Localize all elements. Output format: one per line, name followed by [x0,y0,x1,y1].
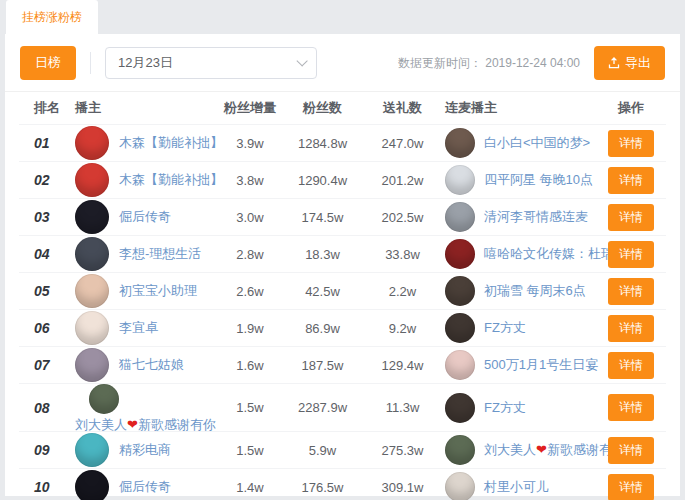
table-row: 04 李想-理想生活 2.8w 18.3w 33.8w 嘻哈哈文化传媒：杜瑞才！… [19,235,666,272]
broadcaster-cell: 猫七七姑娘 [75,348,215,382]
linked-broadcaster-avatar[interactable] [445,350,475,380]
gift-count-value: 202.5w [360,210,445,225]
fan-increase-value: 1.9w [215,321,285,336]
linked-broadcaster-avatar[interactable] [445,165,475,195]
table-row: 06 李宜卓 1.9w 86.9w 9.2w FZ方丈 详情 [19,309,666,346]
linked-broadcaster-name-link[interactable]: 四平阿星 每晚10点 [484,171,593,189]
linked-broadcaster-cell: 初瑞雪 每周末6点 [445,276,596,306]
rank-number: 05 [19,283,75,299]
table-row: 07 猫七七姑娘 1.6w 187.5w 129.4w 500万1月1号生日宴 … [19,346,666,383]
fan-increase-value: 1.6w [215,358,285,373]
tab-fan-growth-rank[interactable]: 挂榜涨粉榜 [6,0,98,34]
gift-count-value: 2.2w [360,284,445,299]
detail-button[interactable]: 详情 [608,474,654,500]
date-select[interactable]: 12月23日 [105,47,317,79]
fan-increase-value: 1.4w [215,480,285,495]
broadcaster-name-link[interactable]: 李想-理想生活 [119,245,201,263]
rank-number: 10 [19,479,75,495]
detail-button[interactable]: 详情 [608,130,654,157]
linked-broadcaster-cell: 四平阿星 每晚10点 [445,165,596,195]
broadcaster-name-link[interactable]: 木森【勤能补拙】 [119,134,223,152]
detail-button[interactable]: 详情 [608,394,654,421]
rank-number: 02 [19,172,75,188]
fan-increase-value: 3.9w [215,136,285,151]
detail-button[interactable]: 详情 [608,352,654,379]
gift-count-value: 9.2w [360,321,445,336]
broadcaster-avatar[interactable] [89,384,119,414]
fan-increase-value: 2.8w [215,247,285,262]
tab-bar: 挂榜涨粉榜 [0,0,685,34]
header-fan-count: 粉丝数 [285,99,360,117]
export-button[interactable]: 导出 [594,46,665,80]
broadcaster-name-link[interactable]: 倔后传奇 [119,208,171,226]
rank-number: 04 [19,246,75,262]
broadcaster-avatar[interactable] [75,274,109,308]
fan-count-value: 86.9w [285,321,360,336]
gift-count-value: 309.1w [360,480,445,495]
table-row: 01 木森【勤能补拙】 3.9w 1284.8w 247.0w 白小白<中国的梦… [19,124,666,161]
detail-button[interactable]: 详情 [608,167,654,194]
detail-button[interactable]: 详情 [608,204,654,231]
table-row: 10 倔后传奇 1.4w 176.5w 309.1w 村里小可儿 详情 [19,468,666,500]
detail-button[interactable]: 详情 [608,437,654,464]
gift-count-value: 275.3w [360,443,445,458]
linked-broadcaster-name-link[interactable]: FZ方丈 [484,319,526,337]
broadcaster-name-link[interactable]: 初宝宝小助理 [119,282,197,300]
linked-broadcaster-name-link[interactable]: 初瑞雪 每周末6点 [484,282,586,300]
header-rank: 排名 [19,99,75,117]
linked-broadcaster-name-link[interactable]: 村里小可儿 [484,478,549,496]
linked-broadcaster-avatar[interactable] [445,239,475,269]
broadcaster-avatar[interactable] [75,163,109,197]
linked-broadcaster-name-link[interactable]: 白小白<中国的梦> [484,134,590,152]
fan-count-value: 1290.4w [285,173,360,188]
daily-rank-button[interactable]: 日榜 [20,46,76,80]
header-gift-count: 送礼数 [360,99,445,117]
fan-count-value: 176.5w [285,480,360,495]
linked-broadcaster-avatar[interactable] [445,202,475,232]
table-row: 02 木森【勤能补拙】 3.8w 1290.4w 201.2w 四平阿星 每晚1… [19,161,666,198]
toolbar-divider [90,52,91,74]
broadcaster-avatar[interactable] [75,200,109,234]
linked-broadcaster-avatar[interactable] [445,276,475,306]
broadcaster-avatar[interactable] [75,433,109,467]
linked-broadcaster-avatar[interactable] [445,435,475,465]
broadcaster-avatar[interactable] [75,348,109,382]
broadcaster-cell: 精彩电商 [75,433,215,467]
detail-button[interactable]: 详情 [608,278,654,305]
rank-number: 07 [19,357,75,373]
header-broadcaster: 播主 [75,99,215,117]
broadcaster-name-link[interactable]: 刘大美人❤新歌感谢有你 [75,416,215,434]
broadcaster-name-link[interactable]: 精彩电商 [119,441,171,459]
broadcaster-cell: 倔后传奇 [75,200,215,234]
fan-count-value: 5.9w [285,443,360,458]
linked-broadcaster-avatar[interactable] [445,313,475,343]
broadcaster-avatar[interactable] [75,126,109,160]
ranking-table: 排名 播主 粉丝增量 粉丝数 送礼数 连麦播主 操作 01 木森【勤能补拙】 3… [5,91,680,500]
linked-broadcaster-avatar[interactable] [445,472,475,500]
linked-broadcaster-name-link[interactable]: 清河李哥情感连麦 [484,208,588,226]
broadcaster-name-link[interactable]: 猫七七姑娘 [119,356,184,374]
broadcaster-name-link[interactable]: 李宜卓 [119,319,158,337]
export-icon [608,57,620,69]
date-select-value: 12月23日 [118,54,173,72]
broadcaster-avatar[interactable] [75,470,109,500]
detail-button[interactable]: 详情 [608,241,654,268]
broadcaster-avatar[interactable] [75,237,109,271]
fan-increase-value: 1.5w [215,400,285,415]
broadcaster-avatar[interactable] [75,311,109,345]
data-update-time: 数据更新时间： 2019-12-24 04:00 [398,55,580,72]
rank-number: 06 [19,320,75,336]
broadcaster-cell: 李想-理想生活 [75,237,215,271]
detail-button[interactable]: 详情 [608,315,654,342]
header-linked-broadcaster: 连麦播主 [445,99,596,117]
linked-broadcaster-cell: 500万1月1号生日宴 [445,350,596,380]
linked-broadcaster-name-link[interactable]: 500万1月1号生日宴 [484,356,598,374]
broadcaster-name-link[interactable]: 倔后传奇 [119,478,171,496]
linked-broadcaster-avatar[interactable] [445,393,475,423]
linked-broadcaster-cell: 嘻哈哈文化传媒：杜瑞才！ [445,239,596,269]
linked-broadcaster-name-link[interactable]: FZ方丈 [484,399,526,417]
linked-broadcaster-avatar[interactable] [445,128,475,158]
broadcaster-name-link[interactable]: 木森【勤能补拙】 [119,171,223,189]
broadcaster-cell: 李宜卓 [75,311,215,345]
gift-count-value: 201.2w [360,173,445,188]
